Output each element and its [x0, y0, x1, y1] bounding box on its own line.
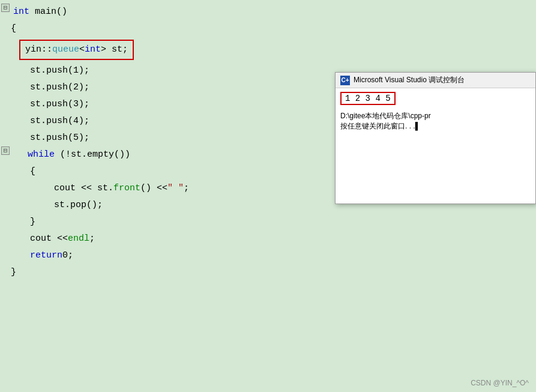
- code-line-13: }: [0, 214, 336, 231]
- code-line-12: st.pop();: [0, 197, 336, 214]
- console-window: C+ Microsoft Visual Studio 调试控制台 1 2 3 4…: [335, 72, 536, 204]
- keyword-while: while: [28, 149, 55, 160]
- cout-front: cout << st.: [54, 180, 113, 197]
- collapse-icon-while[interactable]: ⊟: [1, 146, 10, 155]
- code-line-8: st.push(5);: [0, 130, 336, 146]
- code-line-6: st.push(3);: [0, 96, 336, 113]
- code-line-7: st.push(4);: [0, 113, 336, 130]
- path-line1: D:\gitee本地代码仓库\cpp-pr: [340, 112, 431, 120]
- front-fn: front: [113, 180, 140, 197]
- cout-endl: cout <<: [30, 231, 68, 247]
- code-main-fn: main(): [35, 7, 67, 17]
- push5: st.push(5);: [30, 130, 89, 146]
- open-brace-while: {: [30, 163, 35, 180]
- code-line-10: {: [0, 163, 336, 180]
- collapse-icon-main[interactable]: ⊟: [1, 4, 10, 12]
- console-body: 1 2 3 4 5 D:\gitee本地代码仓库\cpp-pr 按任意键关闭此窗…: [336, 88, 535, 135]
- code-line-11: cout << st.front() << " ";: [0, 180, 336, 197]
- space-string: " ": [167, 180, 184, 197]
- keyword-int: int: [13, 7, 29, 17]
- path-line2: 按任意键关闭此窗口. . .: [340, 122, 415, 130]
- queue-type: queue: [52, 44, 79, 55]
- code-line-2: {: [0, 20, 336, 37]
- push4: st.push(4);: [30, 113, 89, 130]
- keyword-return: return: [30, 247, 62, 264]
- code-line-5: st.push(2);: [0, 79, 336, 96]
- console-output-highlighted: 1 2 3 4 5: [340, 92, 396, 105]
- highlight-queue-decl: yin::queue<int> st;: [19, 40, 134, 60]
- close-brace-while: }: [30, 214, 35, 231]
- return-val: 0;: [62, 247, 73, 264]
- code-line-14: cout << endl;: [0, 231, 336, 247]
- while-condition: (!st.empty()): [60, 149, 130, 160]
- st-pop: st.pop();: [54, 197, 103, 214]
- int-keyword: int: [85, 44, 101, 55]
- code-line-15: return 0;: [0, 247, 336, 264]
- yin-ns: yin::: [25, 44, 52, 55]
- watermark: CSDN @YIN_^O^: [471, 379, 529, 387]
- push2: st.push(2);: [30, 79, 89, 96]
- push1: st.push(1);: [30, 62, 89, 79]
- open-brace-main: {: [11, 20, 16, 37]
- code-line-4: st.push(1);: [0, 62, 336, 79]
- console-title: Microsoft Visual Studio 调试控制台: [354, 75, 465, 85]
- code-line-1: ⊟ int main(): [0, 4, 336, 20]
- push3: st.push(3);: [30, 96, 89, 113]
- code-editor: ⊟ int main() { yin::queue<int> st; st.pu…: [0, 0, 336, 392]
- code-line-16: }: [0, 264, 336, 281]
- console-path: D:\gitee本地代码仓库\cpp-pr 按任意键关闭此窗口. . .▌: [340, 111, 531, 131]
- code-line-9: ⊟ while (!st.empty()): [0, 146, 336, 163]
- endl-kw: endl: [68, 231, 89, 247]
- vs-icon: C+: [340, 76, 350, 85]
- main-container: ⊟ int main() { yin::queue<int> st; st.pu…: [0, 0, 536, 392]
- cursor-blink: ▌: [415, 122, 421, 130]
- code-line-3: yin::queue<int> st;: [0, 38, 336, 61]
- console-titlebar: C+ Microsoft Visual Studio 调试控制台: [336, 73, 535, 88]
- close-brace-main: }: [11, 264, 16, 281]
- console-output-text: 1 2 3 4 5: [345, 94, 391, 103]
